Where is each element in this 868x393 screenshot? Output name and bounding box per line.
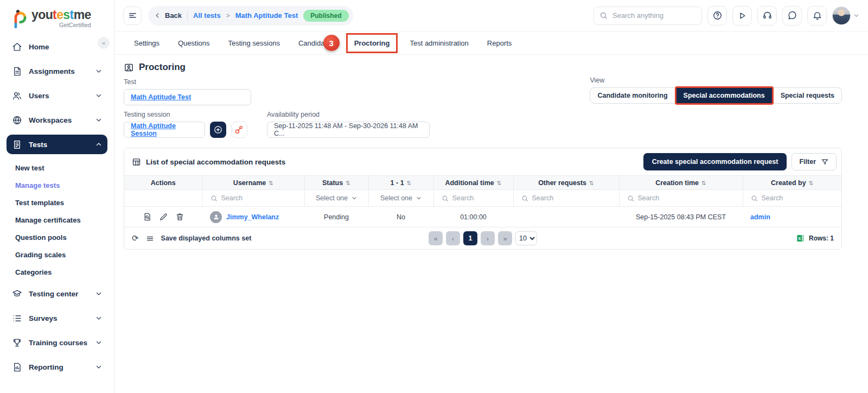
created-by-link[interactable]: admin	[750, 213, 770, 221]
excel-export-icon[interactable]: X	[796, 234, 805, 243]
proctoring-page-icon	[124, 62, 134, 73]
last-page-button[interactable]: »	[498, 231, 512, 245]
tab-test-administration[interactable]: Test administration	[410, 39, 468, 47]
notifications-button[interactable]	[807, 6, 827, 26]
sort-icon[interactable]: ⇅	[497, 180, 502, 186]
page-size-select[interactable]: 10	[515, 231, 537, 245]
hamburger-menu-button[interactable]	[123, 7, 142, 25]
back-button[interactable]: Back	[155, 11, 182, 20]
sidebar-item-testing-center[interactable]: Testing center	[7, 284, 107, 303]
sidebar-subitem-question-pools[interactable]: Question pools	[7, 229, 107, 246]
status-cell: Pending	[304, 207, 368, 227]
breadcrumb-current-test-link[interactable]: Math Aptitude Test	[235, 11, 298, 20]
tab-testing-sessions[interactable]: Testing sessions	[228, 39, 280, 47]
sidebar-item-home[interactable]: Home	[7, 37, 107, 56]
user-menu[interactable]	[832, 7, 859, 25]
edit-request-icon[interactable]	[159, 212, 168, 221]
sort-icon[interactable]: ⇅	[346, 180, 350, 186]
brand-logo[interactable]: youtestme GetCertified	[0, 0, 114, 30]
column-header-status[interactable]: Status⇅	[304, 176, 368, 190]
column-header-creation-time[interactable]: Creation time⇅	[619, 176, 743, 190]
prev-page-button[interactable]: ‹	[446, 231, 460, 245]
help-button[interactable]	[707, 6, 727, 26]
search-input[interactable]	[593, 7, 702, 25]
additional-time-filter[interactable]	[434, 194, 513, 202]
testing-session-link[interactable]: Math Aptitude Session	[131, 122, 198, 137]
rows-count: Rows: 1	[809, 234, 834, 242]
sidebar-subitem-categories[interactable]: Categories	[7, 263, 107, 281]
refresh-icon[interactable]: ⟳	[132, 233, 139, 243]
filter-actions-empty	[124, 190, 202, 207]
next-page-button[interactable]: ›	[481, 231, 495, 245]
current-page-button[interactable]: 1	[463, 231, 477, 245]
column-header-one-on-one[interactable]: 1 - 1⇅	[368, 176, 433, 190]
breadcrumb-all-tests-link[interactable]: All tests	[193, 11, 221, 20]
sort-icon[interactable]: ⇅	[809, 180, 814, 186]
filter-button[interactable]: Filter	[792, 153, 837, 170]
view-special-requests[interactable]: Special requests	[774, 88, 841, 103]
column-header-other-requests[interactable]: Other requests⇅	[513, 176, 619, 190]
save-displayed-columns-button[interactable]: Save displayed columns set	[161, 234, 252, 242]
username-link[interactable]: Jimmy_Whelanz	[226, 213, 279, 221]
username-filter-input[interactable]	[221, 194, 296, 202]
created-by-filter-input[interactable]	[762, 194, 834, 202]
delete-request-icon[interactable]	[175, 212, 184, 221]
assignments-icon	[12, 66, 22, 77]
preview-request-icon[interactable]	[143, 212, 152, 221]
tab-questions[interactable]: Questions	[178, 39, 210, 47]
sort-icon[interactable]: ⇅	[407, 180, 412, 186]
sidebar-subitem-test-templates[interactable]: Test templates	[7, 194, 107, 211]
sort-icon[interactable]: ⇅	[701, 180, 706, 186]
availability-period-field[interactable]: Sep-11-2025 11:48 AM - Sep-30-2026 11:48…	[267, 122, 430, 138]
reporting-icon	[12, 362, 22, 372]
sidebar-item-reporting[interactable]: Reporting	[7, 357, 107, 377]
other-requests-filter[interactable]	[514, 194, 619, 202]
tab-proctoring[interactable]: Proctoring	[354, 39, 390, 47]
additional-time-filter-input[interactable]	[452, 194, 510, 202]
sidebar-item-assignments[interactable]: Assignments	[7, 61, 107, 81]
sidebar-item-tests[interactable]: Tests	[7, 135, 107, 154]
column-header-created-by[interactable]: Created by⇅	[743, 176, 841, 190]
view-candidate-monitoring[interactable]: Candidate monitoring	[590, 88, 674, 103]
first-page-button[interactable]: «	[429, 231, 443, 245]
create-special-accommodation-request-button[interactable]: Create special accommodation request	[643, 153, 787, 170]
add-session-button[interactable]	[210, 122, 226, 138]
person-icon	[213, 213, 220, 220]
test-link[interactable]: Math Aptitude Test	[131, 93, 191, 101]
creation-time-filter-input[interactable]	[638, 194, 730, 202]
brand-logo-icon	[13, 9, 28, 30]
one-on-one-filter-select[interactable]: Select one	[369, 194, 433, 202]
status-filter-select[interactable]: Select one	[305, 194, 368, 202]
sidebar-item-users[interactable]: Users	[7, 86, 107, 105]
columns-menu-icon[interactable]	[146, 234, 154, 243]
sidebar-subitem-new-test[interactable]: New test	[7, 159, 107, 176]
sidebar-subitem-grading-scales[interactable]: Grading scales	[7, 246, 107, 263]
sidebar-subitem-manage-certificates[interactable]: Manage certificates	[7, 211, 107, 229]
testing-session-select-field[interactable]: Math Aptitude Session	[124, 122, 205, 138]
column-header-additional-time[interactable]: Additional time⇅	[433, 176, 513, 190]
username-filter[interactable]	[203, 194, 304, 202]
column-header-username[interactable]: Username⇅	[202, 176, 304, 190]
test-select-field[interactable]: Math Aptitude Test	[124, 89, 251, 105]
proctoring-settings-button[interactable]	[231, 122, 247, 138]
sidebar-item-workspaces[interactable]: Workspaces	[7, 110, 107, 130]
other-requests-filter-input[interactable]	[532, 194, 610, 202]
tab-reports[interactable]: Reports	[487, 39, 512, 47]
chat-icon	[787, 10, 797, 21]
sidebar-subitem-manage-tests[interactable]: Manage tests	[7, 176, 107, 194]
creation-time-filter[interactable]	[620, 194, 743, 202]
created-by-filter[interactable]	[743, 194, 842, 202]
sort-icon[interactable]: ⇅	[269, 180, 273, 186]
avatar	[832, 7, 851, 25]
tab-settings[interactable]: Settings	[134, 39, 159, 47]
tutorials-button[interactable]	[732, 6, 752, 26]
sort-icon[interactable]: ⇅	[589, 180, 594, 186]
sidebar-item-training-courses[interactable]: Training courses	[7, 333, 107, 352]
table-filter-row: Select one Select one	[124, 190, 841, 207]
sidebar-item-surveys[interactable]: Surveys	[7, 308, 107, 328]
chat-button[interactable]	[782, 6, 802, 26]
collapse-sidebar-button[interactable]: «	[98, 37, 110, 49]
view-special-accommodations annotation-box-special-accommodations[interactable]: Special accommodations	[675, 86, 774, 105]
sidebar: youtestme GetCertified « Home Assignment…	[0, 0, 114, 393]
support-button[interactable]	[757, 6, 777, 26]
